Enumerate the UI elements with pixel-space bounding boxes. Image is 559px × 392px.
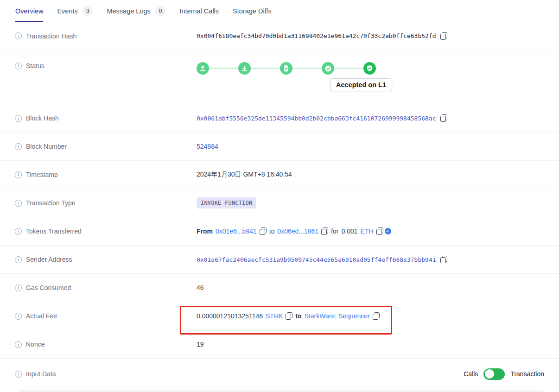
- toggle-right-label: Transaction: [510, 370, 544, 378]
- input-data-view-switch: Calls Transaction: [464, 368, 544, 380]
- label-text: Status: [26, 62, 44, 70]
- transaction-hash-value: 0x004f6180eafc34bd70d0bd1a311698402e1e96…: [197, 32, 436, 39]
- tab-count-badge: 0: [155, 6, 166, 16]
- row-label: Gas Consumed: [15, 284, 197, 291]
- copy-icon[interactable]: [321, 228, 328, 235]
- stepper-connector: [334, 68, 363, 70]
- row-label: Status: [15, 62, 197, 70]
- label-text: Tokens Transferred: [26, 228, 82, 235]
- row-transaction-type: Transaction Type INVOKE_FUNCTION: [0, 189, 559, 217]
- fee-token-link[interactable]: STRK: [266, 312, 283, 320]
- status-step-accepted-l2[interactable]: [322, 62, 334, 75]
- tab-label: Internal Calls: [179, 7, 219, 15]
- info-icon: [15, 143, 22, 150]
- row-timestamp: Timestamp 2024年1月30日 GMT+8 16:40:54: [0, 161, 559, 189]
- tab-storage-diffs[interactable]: Storage Diffs: [233, 7, 272, 22]
- block-number-link[interactable]: 524884: [197, 143, 218, 150]
- tab-overview[interactable]: Overview: [15, 7, 43, 22]
- tab-label: Message Logs: [107, 7, 150, 15]
- stepper-connector: [292, 68, 322, 70]
- info-icon: [15, 313, 22, 320]
- info-icon: [15, 256, 22, 263]
- fee-recipient-link[interactable]: StarkWare: Sequencer: [305, 312, 370, 320]
- row-block-number: Block Number 524884: [0, 133, 559, 161]
- block-hash-link[interactable]: 0x0061abf5556e325de11345594bb0d2b02cbba6…: [197, 115, 436, 122]
- label-text: Nonce: [26, 341, 44, 348]
- tab-message-logs[interactable]: Message Logs 0: [107, 7, 165, 22]
- tab-count-badge: 3: [83, 6, 93, 16]
- label-text: Block Hash: [26, 114, 59, 122]
- info-icon: [15, 171, 22, 178]
- label-text: Input Data: [26, 370, 56, 378]
- info-icon: [15, 63, 22, 70]
- info-icon: [15, 228, 22, 235]
- shield-check-icon: [366, 65, 373, 72]
- tab-internal-calls[interactable]: Internal Calls: [179, 7, 219, 22]
- label-text: Gas Consumed: [26, 284, 71, 291]
- download-icon: [241, 65, 248, 72]
- copy-icon[interactable]: [286, 312, 292, 320]
- sender-address-link[interactable]: 0x01e67fac2406aecfc531a9b9509745c44e565a…: [197, 256, 436, 263]
- tab-events[interactable]: Events 3: [57, 7, 93, 22]
- row-sender-address: Sender Address 0x01e67fac2406aecfc531a9b…: [0, 246, 559, 274]
- status-tooltip-text: Accepted on L1: [336, 81, 386, 89]
- label-text: Timestamp: [26, 171, 58, 178]
- row-label: Transaction Type: [15, 199, 197, 207]
- copy-icon[interactable]: [440, 256, 447, 263]
- status-step-executed[interactable]: [280, 62, 292, 75]
- info-icon: [15, 341, 22, 348]
- nonce-value: 19: [197, 341, 204, 348]
- tab-label: Storage Diffs: [233, 7, 272, 15]
- amount-value: 0.001: [342, 228, 358, 235]
- status-step-received[interactable]: [197, 62, 209, 75]
- info-icon: [15, 371, 22, 378]
- status-step-pending[interactable]: [238, 62, 251, 75]
- info-icon: [15, 32, 22, 39]
- info-icon: [15, 115, 22, 122]
- status-stepper: [197, 62, 376, 75]
- info-icon: [15, 200, 22, 207]
- copy-icon[interactable]: [440, 32, 447, 40]
- input-data-code-block-edge: [19, 390, 543, 392]
- row-nonce: Nonce 19: [0, 330, 559, 359]
- from-address-link[interactable]: 0x01e6...b941: [216, 228, 257, 235]
- tab-label: Events: [57, 7, 77, 15]
- upload-icon: [199, 65, 206, 72]
- to-label: to: [269, 228, 275, 235]
- verified-badge-icon: [385, 228, 391, 234]
- toggle-knob: [485, 369, 494, 379]
- document-check-icon: [283, 65, 290, 72]
- row-label: Actual Fee: [15, 312, 197, 320]
- timestamp-value: 2024年1月30日 GMT+8 16:40:54: [197, 171, 292, 179]
- to-label: to: [295, 312, 301, 320]
- label-text: Transaction Type: [26, 199, 76, 207]
- to-address-link[interactable]: 0x06ed...1861: [277, 228, 318, 235]
- copy-icon[interactable]: [376, 228, 383, 235]
- calls-transaction-toggle[interactable]: [483, 368, 505, 380]
- row-status: Status Accepted on L1: [0, 50, 559, 104]
- row-label: Input Data: [15, 370, 197, 378]
- copy-icon[interactable]: [260, 228, 267, 235]
- from-label: From: [197, 228, 213, 235]
- label-text: Actual Fee: [26, 312, 57, 320]
- transaction-type-badge: INVOKE_FUNCTION: [197, 197, 256, 209]
- row-label: Nonce: [15, 341, 197, 348]
- status-tooltip: Accepted on L1: [330, 78, 392, 91]
- for-label: for: [331, 228, 338, 235]
- row-tokens-transferred: Tokens Transferred From 0x01e6...b941 to…: [0, 217, 559, 246]
- token-link[interactable]: ETH: [361, 228, 374, 235]
- label-text: Block Number: [26, 143, 67, 150]
- label-text: Transaction Hash: [26, 32, 76, 40]
- info-icon: [15, 285, 22, 291]
- tab-bar: Overview Events 3 Message Logs 0 Interna…: [0, 0, 559, 22]
- copy-icon[interactable]: [373, 312, 380, 320]
- stepper-connector: [251, 68, 280, 70]
- check-circle-icon: [324, 65, 332, 72]
- row-actual-fee: Actual Fee 0.00000121013251146 STRK to S…: [0, 302, 559, 330]
- transaction-details-page: Overview Events 3 Message Logs 0 Interna…: [0, 0, 559, 392]
- tab-label: Overview: [15, 7, 43, 15]
- row-transaction-hash: Transaction Hash 0x004f6180eafc34bd70d0b…: [0, 22, 559, 50]
- status-step-accepted-l1[interactable]: [363, 62, 376, 75]
- row-label: Block Hash: [15, 114, 197, 122]
- copy-icon[interactable]: [440, 114, 447, 122]
